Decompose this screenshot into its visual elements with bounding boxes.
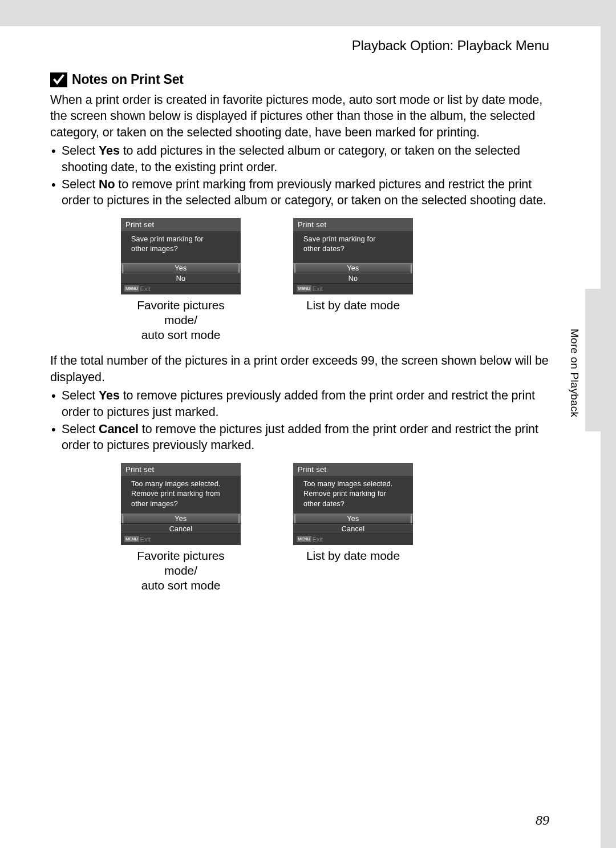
- screenshot-caption: List by date mode: [293, 548, 413, 563]
- screenshot-caption: Favorite pictures mode/ auto sort mode: [121, 548, 241, 593]
- side-section-label: More on Playback: [568, 329, 581, 417]
- menu-icon: MENU: [297, 536, 311, 542]
- lcd-footer: MENU Exit: [121, 534, 241, 545]
- lcd-title: Print set: [293, 463, 413, 476]
- lcd-title: Print set: [121, 463, 241, 476]
- lcd-title: Print set: [121, 218, 241, 231]
- screenshot-left: Print set Too many images selected. Remo…: [121, 463, 241, 593]
- list-item: Select Yes to remove pictures previously…: [50, 387, 549, 420]
- side-tab: [585, 289, 601, 431]
- bullet-list-1: Select Yes to add pictures in the select…: [50, 143, 549, 209]
- manual-page: Playback Option: Playback Menu Notes on …: [0, 26, 601, 848]
- screenshot-row-2: Print set Too many images selected. Remo…: [121, 463, 549, 593]
- page-header: Playback Option: Playback Menu: [50, 38, 549, 54]
- screenshot-row-1: Print set Save print marking for other i…: [121, 218, 549, 343]
- mid-paragraph: If the total number of the pictures in a…: [50, 353, 549, 385]
- lcd-message: Save print marking for other images?: [121, 231, 241, 263]
- lcd-option-yes[interactable]: Yes: [121, 514, 241, 524]
- screenshot-right: Print set Too many images selected. Remo…: [293, 463, 413, 593]
- list-item: Select No to remove print marking from p…: [50, 176, 549, 209]
- menu-icon: MENU: [124, 536, 139, 542]
- lcd-option-cancel[interactable]: Cancel: [293, 524, 413, 534]
- list-item: Select Cancel to remove the pictures jus…: [50, 421, 549, 454]
- screenshot-right: Print set Save print marking for other d…: [293, 218, 413, 343]
- lcd-screen: Print set Save print marking for other i…: [121, 218, 241, 294]
- lcd-footer: MENU Exit: [293, 284, 413, 294]
- section-title: Notes on Print Set: [72, 72, 184, 87]
- menu-icon: MENU: [297, 285, 311, 292]
- screenshot-caption: List by date mode: [293, 298, 413, 313]
- lcd-screen: Print set Save print marking for other d…: [293, 218, 413, 294]
- lcd-option-cancel[interactable]: Cancel: [121, 524, 241, 534]
- lcd-message: Too many images selected. Remove print m…: [293, 476, 413, 514]
- lcd-option-no[interactable]: No: [121, 273, 241, 284]
- bullet-list-2: Select Yes to remove pictures previously…: [50, 387, 549, 454]
- lcd-screen: Print set Too many images selected. Remo…: [293, 463, 413, 545]
- lcd-footer: MENU Exit: [121, 284, 241, 294]
- check-icon: [50, 72, 67, 87]
- lcd-screen: Print set Too many images selected. Remo…: [121, 463, 241, 545]
- lcd-message: Save print marking for other dates?: [293, 231, 413, 263]
- screenshot-caption: Favorite pictures mode/ auto sort mode: [121, 298, 241, 343]
- lcd-option-yes[interactable]: Yes: [293, 514, 413, 524]
- page-number: 89: [536, 813, 549, 828]
- lcd-title: Print set: [293, 218, 413, 231]
- lcd-footer: MENU Exit: [293, 534, 413, 545]
- intro-paragraph: When a print order is created in favorit…: [50, 92, 549, 140]
- screenshot-left: Print set Save print marking for other i…: [121, 218, 241, 343]
- menu-icon: MENU: [124, 285, 139, 292]
- list-item: Select Yes to add pictures in the select…: [50, 143, 549, 175]
- lcd-option-no[interactable]: No: [293, 273, 413, 284]
- lcd-option-yes[interactable]: Yes: [293, 263, 413, 273]
- section-heading: Notes on Print Set: [50, 72, 549, 87]
- lcd-option-yes[interactable]: Yes: [121, 263, 241, 273]
- lcd-message: Too many images selected. Remove print m…: [121, 476, 241, 514]
